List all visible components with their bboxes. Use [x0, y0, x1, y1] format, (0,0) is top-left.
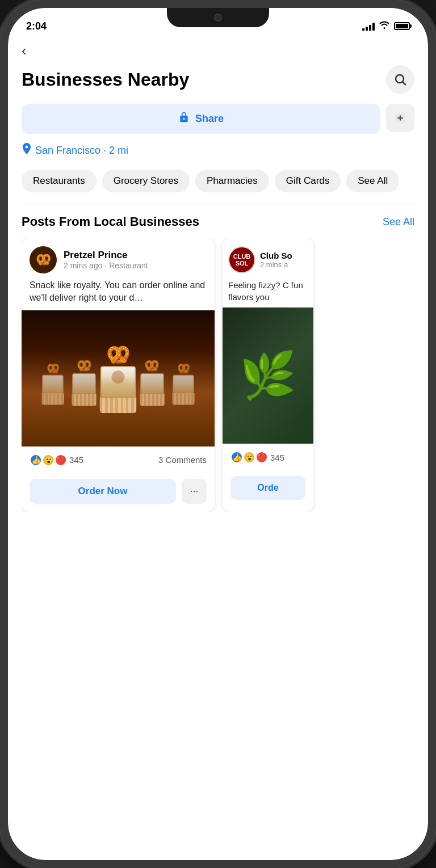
reaction-emojis: 👍 😮 ❤️ — [30, 454, 67, 466]
wifi-icon — [379, 21, 389, 31]
share-label: Share — [195, 113, 224, 125]
signal-bar-1 — [362, 28, 364, 31]
mint-leaves-display: 🌿 — [240, 349, 296, 402]
club-time-type: 2 mins a — [260, 260, 292, 269]
location-pin-icon — [22, 143, 32, 158]
like-emoji: 👍 — [30, 454, 42, 466]
reactions-left: 👍 😮 ❤️ 345 — [30, 454, 83, 466]
club-post-image: 🌿 — [223, 307, 313, 444]
order-now-button[interactable]: Order Now — [30, 479, 176, 504]
front-camera — [214, 14, 222, 22]
avatar-club-soda: CLUBSOL — [228, 246, 255, 273]
post-card-pretzel-prince: 🥨 Pretzel Prince 2 mins ago · Restaurant… — [22, 238, 215, 512]
club-reactions-left: 👍 😮 ❤️ 345 — [230, 451, 284, 464]
divider — [22, 204, 414, 204]
signal-bar-4 — [372, 23, 375, 31]
wow-emoji: 😮 — [42, 454, 54, 466]
add-button[interactable] — [386, 104, 414, 132]
cupcake-2: 🥨 — [72, 359, 96, 406]
notch — [167, 8, 269, 27]
club-wow-emoji: 😮 — [243, 451, 255, 464]
chip-restaurants[interactable]: Restaurants — [22, 170, 97, 192]
chip-gift-cards[interactable]: Gift Cards — [275, 170, 341, 192]
chip-grocery-stores[interactable]: Grocery Stores — [102, 170, 190, 192]
post-header: 🥨 Pretzel Prince 2 mins ago · Restaurant — [22, 238, 215, 279]
page-title: Businesses Nearby — [22, 69, 189, 90]
comments-count: 3 Comments — [158, 455, 207, 465]
category-chips: Restaurants Grocery Stores Pharmacies Gi… — [22, 170, 414, 192]
club-reaction-count: 345 — [270, 453, 284, 462]
cupcake-4: 🥨 — [172, 363, 194, 405]
club-business-name: Club So — [260, 251, 292, 260]
reaction-count: 345 — [69, 455, 83, 465]
battery-icon — [394, 22, 410, 30]
chip-see-all[interactable]: See All — [346, 170, 399, 192]
phone-frame: 2:04 — [0, 0, 436, 868]
posts-row: 🥨 Pretzel Prince 2 mins ago · Restaurant… — [22, 238, 414, 512]
reactions-row: 👍 😮 ❤️ 345 3 Comments — [22, 446, 215, 473]
status-time: 2:04 — [26, 20, 47, 32]
cupcake-1: 🥨 — [41, 363, 64, 405]
location-row: San Francisco · 2 mi — [22, 143, 414, 158]
signal-bar-2 — [366, 27, 368, 31]
posts-section-header: Posts From Local Businesses See All — [22, 214, 414, 229]
cupcake-main: 🥨 — [100, 343, 136, 413]
club-order-button[interactable]: Orde — [230, 476, 305, 500]
order-now-label: Order Now — [78, 486, 128, 496]
business-name: Pretzel Prince — [64, 250, 207, 261]
section-title: Posts From Local Businesses — [22, 214, 199, 229]
post-text: Snack like royalty. You can order online… — [22, 279, 215, 310]
pretzel-cupcakes-display: 🥨 🥨 🥨 — [40, 348, 196, 408]
search-icon — [393, 73, 407, 86]
svg-line-1 — [403, 82, 406, 85]
more-options-icon: ··· — [190, 485, 198, 497]
signal-bars-icon — [362, 22, 375, 31]
club-post-text: Feeling fizzy? C fun flavors you — [223, 279, 313, 307]
club-action-row: Orde — [223, 470, 313, 508]
share-icon — [178, 112, 190, 126]
action-row: Order Now ··· — [22, 473, 215, 512]
signal-bar-3 — [369, 25, 371, 31]
search-button[interactable] — [386, 65, 414, 94]
back-button[interactable]: ‹ — [22, 42, 414, 60]
club-post-header-row: CLUBSOL Club So 2 mins a — [228, 246, 308, 273]
share-button[interactable]: Share — [22, 104, 380, 134]
club-reactions-row: 👍 😮 ❤️ 345 — [223, 444, 313, 470]
club-post-meta: Club So 2 mins a — [260, 251, 292, 269]
share-row: Share — [22, 104, 414, 134]
more-options-button[interactable]: ··· — [182, 479, 207, 504]
post-image-pretzel: 🥨 🥨 🥨 — [22, 310, 215, 446]
see-all-button[interactable]: See All — [383, 216, 414, 228]
post-meta: Pretzel Prince 2 mins ago · Restaurant — [64, 250, 207, 270]
post-card-club-soda: CLUBSOL Club So 2 mins a Feeling fizzy? … — [223, 238, 313, 512]
cupcake-3: 🥨 — [140, 359, 164, 406]
chip-pharmacies[interactable]: Pharmacies — [195, 170, 269, 192]
post-time-type: 2 mins ago · Restaurant — [64, 261, 207, 270]
location-text[interactable]: San Francisco · 2 mi — [35, 145, 128, 157]
club-logo-text: CLUBSOL — [229, 247, 254, 272]
screen: 2:04 — [8, 8, 428, 860]
app-content: ‹ Businesses Nearby — [8, 36, 428, 860]
partial-card-header: CLUBSOL Club So 2 mins a — [223, 238, 313, 279]
love-emoji: ❤️ — [54, 454, 67, 466]
battery-fill — [396, 24, 408, 28]
header-row: Businesses Nearby — [22, 65, 414, 94]
status-icons — [362, 21, 410, 31]
avatar-pretzel-prince: 🥨 — [30, 246, 57, 273]
club-reaction-emojis: 👍 😮 ❤️ — [230, 451, 268, 464]
club-love-emoji: ❤️ — [255, 451, 268, 464]
club-like-emoji: 👍 — [230, 451, 243, 464]
club-order-label: Orde — [257, 483, 278, 492]
